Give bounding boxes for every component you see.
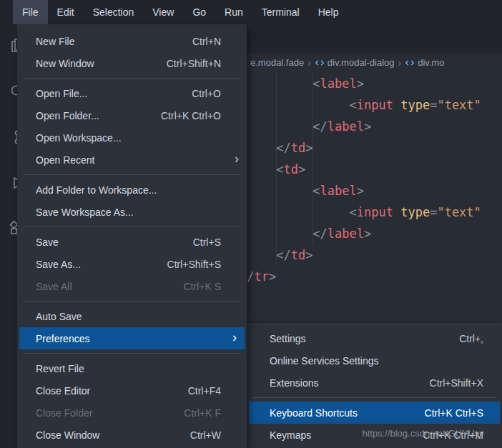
menu-item-open-file[interactable]: Open File...Ctrl+O <box>17 82 247 104</box>
menu-item-extensions[interactable]: ExtensionsCtrl+Shift+X <box>247 372 502 394</box>
menu-item-label: New File <box>36 36 74 47</box>
code-line[interactable]: <input type="text" <box>247 94 502 116</box>
menu-separator <box>23 78 241 79</box>
menu-item-shortcut: Ctrl+N <box>192 36 221 47</box>
code-line[interactable]: </td> <box>247 244 502 266</box>
menu-item-save-workspace-as[interactable]: Save Workspace As... <box>17 201 247 223</box>
menu-separator <box>23 353 241 354</box>
menu-item-label: Save All <box>36 281 72 292</box>
menu-item-label: Open File... <box>36 88 87 99</box>
menu-item-new-file[interactable]: New FileCtrl+N <box>17 30 247 52</box>
file-menu-dropdown: New FileCtrl+NNew WindowCtrl+Shift+NOpen… <box>17 24 247 448</box>
menu-separator <box>23 301 241 302</box>
chevron-right-icon: › <box>232 330 237 345</box>
menu-item-label: Auto Save <box>36 311 82 322</box>
menu-item-label: Save Workspace As... <box>36 206 134 218</box>
menu-item-label: Close Editor <box>36 385 90 397</box>
menu-separator <box>252 397 496 398</box>
code-line[interactable]: </label> <box>247 116 502 137</box>
menu-item-label: Settings <box>270 333 306 344</box>
menubar-item-run[interactable]: Run <box>215 0 252 24</box>
menu-item-new-window[interactable]: New WindowCtrl+Shift+N <box>17 52 247 74</box>
menu-item-close-editor[interactable]: Close EditorCtrl+F4 <box>17 379 247 402</box>
menu-item-save-all: Save AllCtrl+K S <box>17 275 247 297</box>
menu-item-label: Close Folder <box>36 407 92 419</box>
menu-item-label: Close Window <box>36 429 99 441</box>
menu-separator <box>23 174 241 175</box>
breadcrumb-segment[interactable]: div.mo <box>418 57 444 68</box>
menu-item-label: Preferences <box>36 333 89 344</box>
menu-item-shortcut: Ctrl+K S <box>183 281 221 292</box>
menu-item-save-as[interactable]: Save As...Ctrl+Shift+S <box>17 253 247 275</box>
menu-item-shortcut: Ctrl+O <box>192 88 221 99</box>
menubar-item-go[interactable]: Go <box>183 0 215 24</box>
code-line[interactable]: <label> <box>247 180 502 201</box>
menu-item-label: Keyboard Shortcuts <box>270 407 358 419</box>
menu-bar: FileEditSelectionViewGoRunTerminalHelp <box>13 0 348 24</box>
menu-item-preferences[interactable]: Preferences› <box>19 327 245 349</box>
menu-item-add-folder-to-workspace[interactable]: Add Folder to Workspace... <box>17 179 247 201</box>
code-line[interactable]: </td> <box>247 137 502 159</box>
code-line[interactable]: <input type="text" <box>247 201 502 223</box>
menu-item-shortcut: Ctrl+K Ctrl+S <box>425 407 483 419</box>
menu-item-settings[interactable]: SettingsCtrl+, <box>247 327 502 349</box>
menubar-item-edit[interactable]: Edit <box>48 0 84 24</box>
menu-item-auto-save[interactable]: Auto Save <box>17 305 247 327</box>
menu-item-shortcut: Ctrl+, <box>459 333 483 344</box>
tab-bar <box>247 24 502 54</box>
code-line[interactable]: </tr> <box>247 266 502 287</box>
code-line[interactable]: </label> <box>247 223 502 244</box>
extensions-icon[interactable] <box>9 220 17 237</box>
menu-item-close-folder: Close FolderCtrl+K F <box>17 402 247 424</box>
menu-item-shortcut: Ctrl+W <box>190 429 221 441</box>
menu-item-revert-file[interactable]: Revert File <box>17 357 247 379</box>
menubar-item-view[interactable]: View <box>143 0 183 24</box>
run-debug-icon[interactable] <box>9 174 17 191</box>
breadcrumb-segment[interactable]: div.modal-dialog <box>328 57 395 68</box>
menu-item-open-workspace[interactable]: Open Workspace... <box>17 126 247 149</box>
menu-item-label: Extensions <box>270 377 318 389</box>
menu-item-label: Add Folder to Workspace... <box>36 184 157 196</box>
menu-item-label: Save As... <box>36 259 81 270</box>
breadcrumb: e.modal.fade›div.modal-dialog›div.mo <box>247 54 502 71</box>
menu-item-shortcut: Ctrl+S <box>193 237 221 248</box>
code-line[interactable]: <label> <box>247 73 502 94</box>
menu-item-label: Open Recent <box>36 154 95 166</box>
menu-item-keyboard-shortcuts[interactable]: Keyboard ShortcutsCtrl+K Ctrl+S <box>249 402 500 424</box>
menu-item-shortcut: Ctrl+Shift+S <box>167 259 221 270</box>
menu-item-label: Revert File <box>36 363 84 374</box>
search-icon[interactable] <box>9 83 17 100</box>
menu-item-shortcut: Ctrl+K Ctrl+O <box>161 110 221 121</box>
menubar-item-selection[interactable]: Selection <box>84 0 144 24</box>
menu-item-label: Save <box>36 237 59 248</box>
code-line[interactable]: <td> <box>247 159 502 180</box>
menu-item-shortcut: Ctrl+F4 <box>188 385 221 397</box>
source-control-icon[interactable] <box>9 129 17 146</box>
menu-item-open-folder[interactable]: Open Folder...Ctrl+K Ctrl+O <box>17 104 247 126</box>
menu-item-label: Open Workspace... <box>36 132 122 144</box>
menu-item-shortcut: Ctrl+Shift+X <box>430 377 483 389</box>
symbol-icon <box>315 58 325 68</box>
menu-separator <box>23 227 241 227</box>
menu-item-shortcut: Ctrl+K F <box>184 407 221 419</box>
breadcrumb-segment[interactable]: e.modal.fade <box>250 57 304 68</box>
symbol-icon <box>405 58 415 68</box>
menu-item-shortcut: Ctrl+Shift+N <box>167 58 221 69</box>
menu-item-label: Online Services Settings <box>270 355 379 367</box>
explorer-icon[interactable] <box>9 37 17 54</box>
menu-item-label: New Window <box>36 58 94 69</box>
menubar-item-terminal[interactable]: Terminal <box>252 0 309 24</box>
chevron-right-icon: › <box>307 57 311 69</box>
menubar-item-help[interactable]: Help <box>309 0 348 24</box>
menu-item-save[interactable]: SaveCtrl+S <box>17 231 247 253</box>
code-editor[interactable]: <label><input type="text"</label></td><t… <box>247 73 502 287</box>
menu-item-online-services-settings[interactable]: Online Services Settings <box>247 349 502 372</box>
activity-bar <box>0 24 17 448</box>
menu-item-open-recent[interactable]: Open Recent› <box>17 149 247 171</box>
chevron-right-icon: › <box>235 151 239 166</box>
chevron-right-icon: › <box>398 57 402 69</box>
menu-item-label: Keymaps <box>270 429 311 441</box>
menubar-item-file[interactable]: File <box>13 0 48 24</box>
watermark: https://blog.csdn.net/GUYUyy <box>362 428 484 439</box>
menu-item-close-window[interactable]: Close WindowCtrl+W <box>17 424 247 446</box>
